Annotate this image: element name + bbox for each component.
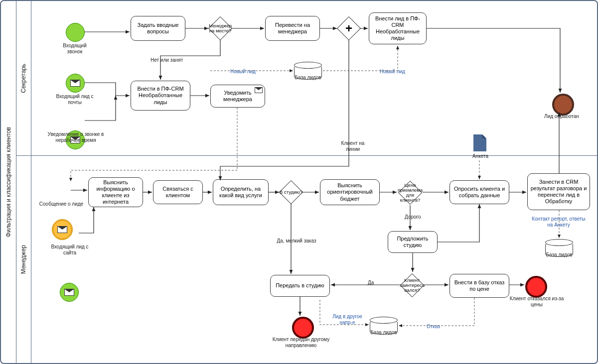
envelope-icon: [70, 80, 80, 87]
label-refused: Клиент отказался из-за цены: [509, 296, 564, 307]
label-transferred: Клиент передан другому направлению: [270, 337, 332, 348]
task-notify-manager: Уведомить менеджера: [210, 85, 265, 108]
task-contact: Связаться с клиентом: [153, 180, 203, 204]
edge-client-line: Клиент на линии: [338, 140, 368, 152]
edge-yes: Да: [368, 280, 374, 286]
document-form: [473, 134, 486, 151]
catch-event-lead-msg: [52, 219, 73, 240]
edge-refusal: Отказ: [427, 324, 440, 330]
task-add-lead-pf: Внести лид в ПФ-CRM Необработанные лиды: [369, 12, 427, 44]
task-to-crm: Занести в CRM результат разговора и пере…: [527, 173, 590, 210]
gateway-interested: Клиент заинтересо вался?: [400, 273, 425, 298]
task-survey: Опросить клиента и собрать данные: [449, 180, 509, 204]
start-event-call: [66, 23, 85, 42]
pool-title: Фильтрация и классификация клиентов: [1, 1, 16, 363]
start-event-site-lead: [60, 283, 79, 302]
envelope-icon: [57, 226, 67, 233]
gateway-price-ok: Цена приемлема для клиента?: [398, 180, 423, 205]
bpmn-diagram: Фильтрация и классификация клиентов Секр…: [0, 0, 598, 364]
label-call: Входящий звонок: [55, 43, 95, 54]
doc-label: Анкета: [469, 153, 491, 159]
edge-no-busy: Нет или занят: [150, 57, 183, 63]
lane-manager: Менеджер: [16, 155, 31, 364]
start-event-mail: [66, 74, 85, 93]
edge-expensive: Дорого: [405, 214, 421, 220]
task-budget: Выяснить ориентировочный бюджет: [320, 179, 380, 205]
end-event-transferred: [292, 317, 314, 339]
gateway-in-studio: В студию?: [280, 181, 302, 203]
edge-other-dir: Лид в другое напр-е: [330, 314, 365, 325]
end-event-refused: [525, 276, 547, 298]
label-site-lead: Входящий лид с сайта: [50, 244, 90, 255]
edge-contact-report: Контакт репорт, ответы на Анкету: [531, 216, 586, 228]
gateway-manager-here: Менеджер на месте?: [209, 17, 231, 39]
label-lead-msg: Сообщение о лиде: [39, 201, 84, 207]
ds-label-2: База лидов: [368, 330, 400, 336]
task-ask-intro: Задать вводные вопросы: [131, 16, 185, 41]
task-find-info: Выяснить информацию о клиенте из интерне…: [88, 177, 143, 207]
label-lead-processed: Лид обработан: [544, 114, 579, 120]
task-offer-studio: Предложить студию: [388, 231, 438, 253]
edge-small-order: Да, мелкий заказ: [274, 238, 319, 244]
ds-label-3: База лидов: [543, 252, 575, 258]
task-add-refusal: Внести в базу отказ по цене: [449, 274, 509, 298]
edge-new-lead-2: Новый лид: [380, 69, 405, 75]
ds-label-1: База лидов: [292, 75, 324, 81]
gateway-parallel: +: [338, 17, 360, 39]
edge-new-lead-1: Новый лид: [230, 69, 256, 75]
task-define: Определить, на какой вид услуги: [213, 179, 269, 205]
label-mail: Входящий лид с почты: [55, 94, 95, 105]
message-icon: [255, 87, 263, 93]
end-event-lead-processed: [552, 94, 574, 116]
envelope-icon: [64, 289, 74, 296]
label-offhour: Уведомление о звонке в нерабочее время: [46, 131, 106, 143]
task-transfer-manager: Перевести на менеджера: [265, 16, 320, 41]
lane-separator: [16, 155, 597, 156]
lane-secretary: Секретарь: [16, 1, 31, 155]
task-add-pf-crm: Внести в ПФ-CRM Необработанные лиды: [131, 81, 190, 111]
task-to-studio: Передать в студию: [270, 275, 330, 297]
